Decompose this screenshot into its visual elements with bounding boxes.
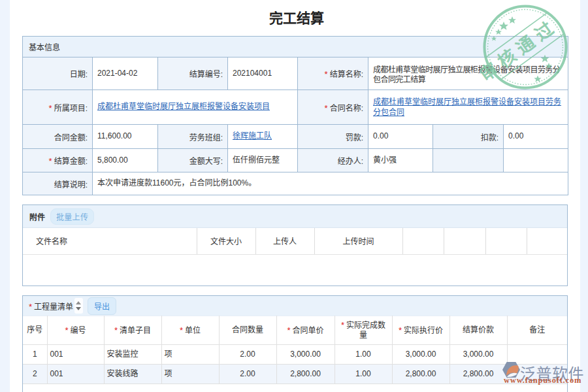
svg-text:审核通过: 审核通过: [480, 15, 561, 85]
